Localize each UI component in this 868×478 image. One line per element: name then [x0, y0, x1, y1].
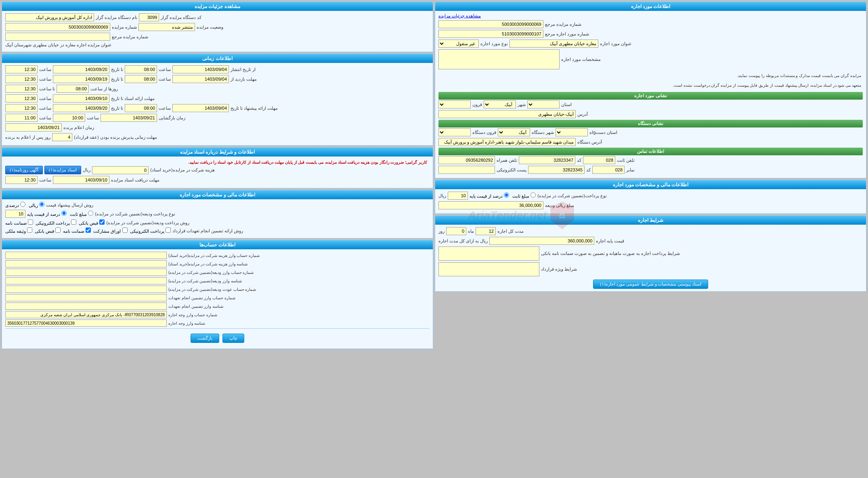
- agahi-btn[interactable]: آگهی روزنامه(۱): [5, 166, 43, 174]
- mablagh-riali-input[interactable]: [438, 201, 543, 209]
- shenase4-label: شناسه وارز تضمین انجام تعهدات: [168, 304, 223, 309]
- asnad-mzayade-btn[interactable]: اسناد مزایده(۱): [44, 166, 81, 174]
- mohlat-asnad-input[interactable]: [53, 94, 109, 102]
- radio-darsadi[interactable]: درصدی: [5, 202, 25, 208]
- hesab3-input[interactable]: [5, 286, 167, 293]
- sharait-pardakht-textarea[interactable]: [438, 246, 539, 261]
- hesab4-input[interactable]: [5, 294, 167, 301]
- shomare-input[interactable]: [5, 23, 110, 31]
- cb-pardakht-elec2[interactable]: پرداخت الکترونیکی: [130, 228, 171, 234]
- post-input[interactable]: [438, 166, 495, 174]
- mohlat-bardane-input[interactable]: [52, 133, 72, 141]
- enteshar-from-input[interactable]: [172, 65, 229, 73]
- shenase2-input[interactable]: [5, 277, 167, 284]
- adres-input[interactable]: [438, 110, 576, 118]
- cb-qbz[interactable]: قبض بانکی: [35, 228, 61, 234]
- zaman-baz-input[interactable]: [101, 114, 157, 122]
- kod-input[interactable]: [139, 13, 159, 21]
- bazid-from-input[interactable]: [172, 75, 229, 83]
- radio-riali[interactable]: ریالی: [29, 202, 44, 208]
- post-label: پست الکترونیکی: [497, 167, 526, 173]
- saat-bazid-ta-input[interactable]: [5, 75, 38, 83]
- ostan-select[interactable]: [527, 100, 560, 109]
- mazayade-num-input[interactable]: [438, 20, 543, 28]
- hesab2-input[interactable]: [5, 269, 167, 276]
- saat-ta1-input[interactable]: [5, 65, 38, 73]
- ghimat-paye-input[interactable]: [489, 237, 594, 245]
- cb-vathiqe[interactable]: وثیقه ملکی: [5, 228, 32, 234]
- mashakhasat-textarea[interactable]: [438, 49, 560, 69]
- cb-zamanat2[interactable]: ضمانت نامه: [63, 228, 91, 234]
- radio-sabt[interactable]: مبلغ ثابت: [70, 211, 93, 217]
- onvan-input[interactable]: [509, 40, 598, 48]
- roozha-label: روزها از ساعت: [90, 86, 118, 92]
- shomare-marja-input[interactable]: [5, 33, 110, 41]
- shenase1-input[interactable]: [5, 260, 167, 267]
- hazine-asnad-input[interactable]: [92, 166, 149, 174]
- bargasht-btn[interactable]: بازگشت: [191, 334, 219, 343]
- saat-baz2-input[interactable]: [5, 114, 38, 122]
- cb-qbz-banki[interactable]: قبض بانکی: [79, 219, 105, 226]
- shahr-select[interactable]: آبیک: [484, 100, 516, 109]
- cb-zamanat[interactable]: ضمانت نامه: [5, 219, 33, 226]
- adres-dastgah-input[interactable]: [438, 138, 576, 146]
- zaman-ealam-input[interactable]: [5, 123, 62, 132]
- chap-btn[interactable]: چاپ: [222, 334, 244, 343]
- shenase5-input[interactable]: [5, 319, 167, 327]
- asnad-btn[interactable]: اسناد پیوستی مشخصات و شرایط عمومی مورد ا…: [593, 280, 708, 289]
- modat-row: مدت کل اجاره ماه روز: [438, 227, 863, 235]
- modat-ruz-input[interactable]: [446, 227, 466, 235]
- ejare-mored-input[interactable]: [438, 30, 543, 38]
- sharait-gharardad-textarea[interactable]: [438, 262, 539, 276]
- cb-awraq[interactable]: اوراق مشارکت: [93, 228, 127, 234]
- shahr-dastgah-select[interactable]: آبیک: [498, 128, 530, 136]
- vaziat-input[interactable]: [138, 23, 195, 31]
- gharn-dastgah-select[interactable]: [438, 128, 471, 136]
- code2-input[interactable]: [592, 166, 625, 174]
- percent-right-input[interactable]: [5, 210, 25, 218]
- nove-select[interactable]: غیر منقول: [438, 40, 479, 48]
- ta-tarikh-bazid-input[interactable]: [53, 75, 109, 83]
- view-details-link[interactable]: مشاهده جزئیات مزایده: [438, 13, 481, 18]
- modat-mah-input[interactable]: [476, 227, 496, 235]
- gharn-select[interactable]: [438, 100, 471, 109]
- saat-ta-bazshai-input[interactable]: [5, 104, 38, 112]
- telfon-sabt-input[interactable]: [519, 156, 575, 164]
- zaman-baz-label: زمان بازگشایی: [159, 115, 185, 121]
- saat-asnad-input[interactable]: [5, 94, 38, 102]
- cb-pardakht-elec[interactable]: پرداخت الکترونیکی: [36, 219, 76, 226]
- ostan-dastgah-select[interactable]: [556, 128, 588, 136]
- hesab1-input[interactable]: [5, 252, 167, 259]
- saat-baz1-label: ساعت: [87, 115, 99, 121]
- saat-baz1-input[interactable]: [53, 114, 85, 122]
- ta-tarikh-bazshai-input[interactable]: [53, 104, 109, 112]
- adres-dastgah-label: آدرس دستگاه: [577, 140, 602, 145]
- joziat-header: مشاهده جزئیات مزایده: [2, 2, 433, 11]
- shahr-label: شهر: [518, 102, 526, 107]
- ta-saat-input[interactable]: [5, 85, 38, 93]
- percent-input[interactable]: [448, 192, 468, 200]
- radio-fixed[interactable]: مبلغ ثابت: [512, 192, 536, 199]
- telfon-hamrah-input[interactable]: [438, 156, 495, 164]
- mashakhasat-row: مشخصات مورد اجاره: [438, 49, 863, 69]
- saat-dariyaft-input[interactable]: [5, 176, 38, 184]
- radio-percent[interactable]: درصد از قیمت پایه: [470, 192, 509, 199]
- radio-percent-right[interactable]: درصد از قیمت پایه: [27, 211, 67, 217]
- saat-bazshai-input[interactable]: [125, 104, 157, 112]
- left-panel: اطلاعات مورد اجاره مشاهده جزئیات مزایده …: [435, 2, 866, 476]
- saat-az1-input[interactable]: [125, 65, 157, 73]
- hesab5-input[interactable]: [5, 311, 167, 318]
- ravesh-ersal-row: روش ارسال پیشنهاد قیمت ریالی درصدی: [5, 202, 430, 208]
- namax-input[interactable]: [528, 166, 585, 174]
- saat-bazid-az-input[interactable]: [125, 75, 157, 83]
- code1-input[interactable]: [583, 156, 615, 164]
- code2-label: کد: [586, 167, 591, 173]
- ta-tarikh1-input[interactable]: [53, 65, 109, 73]
- roozha-input[interactable]: [57, 85, 89, 93]
- shenase4-input[interactable]: [5, 303, 167, 310]
- mohlat-dariyaft-input[interactable]: [53, 176, 109, 184]
- etelaat-tamas-sub-header: اطلاعات تماس: [438, 148, 863, 155]
- name-input[interactable]: [5, 13, 94, 21]
- enteshar-row: از تاریخ انتشار ساعت تا تاریخ ساعت: [5, 65, 430, 73]
- mohlat-bazshai-input[interactable]: [172, 104, 229, 112]
